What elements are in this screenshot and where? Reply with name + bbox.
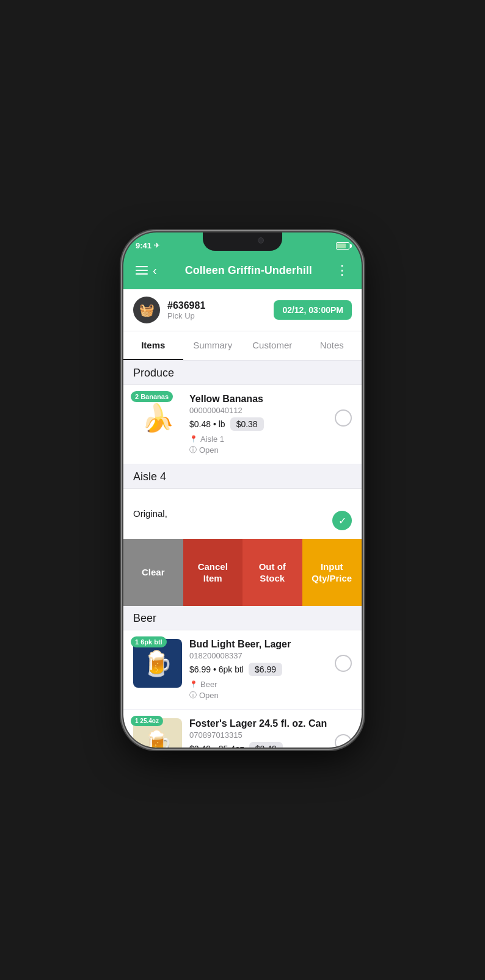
- bud-light-price-row: $6.99 • 6pk btl $6.99: [189, 663, 327, 676]
- back-chevron-icon: ‹: [153, 264, 157, 278]
- menu-button[interactable]: [133, 264, 150, 277]
- banana-details: Yellow Bananas 000000040112 $0.48 • lb $…: [189, 394, 327, 455]
- phone-screen: 9:41 ✈ ‹ Colleen Griffin-U: [123, 232, 362, 748]
- tabs-bar: Items Summary Customer Notes: [123, 331, 362, 361]
- fosters-price-badge: $2.49: [249, 742, 283, 748]
- tab-notes[interactable]: Notes: [302, 331, 362, 360]
- notch: [203, 232, 282, 251]
- more-button[interactable]: ⋮: [333, 260, 352, 281]
- banana-price-base: $0.48 • lb: [189, 419, 225, 429]
- bud-light-image-wrap: 1 6pk btl 🍺: [133, 639, 182, 688]
- bud-light-name: Bud Light Beer, Lager: [189, 639, 327, 650]
- tab-summary[interactable]: Summary: [183, 331, 243, 360]
- bud-light-location: 📍 Beer: [189, 680, 327, 689]
- phone-frame: 9:41 ✈ ‹ Colleen Griffin-U: [123, 232, 362, 748]
- order-date-badge[interactable]: 02/12, 03:00PM: [274, 300, 352, 320]
- fosters-row[interactable]: 1 25.4oz 🍺 Foster's Lager 24.5 fl. oz. C…: [123, 710, 362, 748]
- pin-icon: 📍: [189, 435, 198, 443]
- bud-light-code: 018200008337: [189, 651, 327, 660]
- input-qty-price-action-button[interactable]: Input Qty/Price: [302, 539, 362, 606]
- banana-price-row: $0.48 • lb $0.38: [189, 417, 327, 431]
- banana-check-button[interactable]: [335, 409, 352, 427]
- section-produce: Produce: [123, 361, 362, 385]
- bud-light-row[interactable]: 1 6pk btl 🍺 Bud Light Beer, Lager 018200…: [123, 630, 362, 710]
- app-header: ‹ Colleen Griffin-Underhill ⋮: [123, 254, 362, 289]
- clear-action-button[interactable]: Clear: [123, 539, 183, 606]
- tab-customer[interactable]: Customer: [242, 331, 302, 360]
- header-title: Colleen Griffin-Underhill: [164, 264, 333, 277]
- banana-name: Yellow Bananas: [189, 394, 327, 405]
- section-aisle4: Aisle 4: [123, 464, 362, 489]
- banana-status: ⓘ Open: [189, 445, 327, 455]
- pin-icon-beer: 📍: [189, 680, 198, 688]
- order-icon: 🧺: [133, 297, 160, 323]
- original-item-content: Original,: [133, 508, 325, 519]
- back-button[interactable]: ‹: [150, 261, 159, 280]
- section-beer: Beer: [123, 606, 362, 630]
- banana-emoji-icon: 🍌: [141, 402, 175, 434]
- battery-icon: [336, 242, 349, 250]
- status-right: [336, 242, 349, 250]
- banana-badge: 2 Bananas: [131, 391, 173, 402]
- fosters-details: Foster's Lager 24.5 fl. oz. Can 07089701…: [189, 718, 327, 748]
- fosters-check-button[interactable]: [335, 734, 352, 748]
- banana-price-badge: $0.38: [230, 417, 264, 431]
- order-number: #636981: [167, 300, 274, 311]
- info-icon: ⓘ: [189, 445, 197, 455]
- swipe-item-row: Original, ✓ Clear Cancel Item Out of Sto…: [123, 489, 362, 606]
- banana-image-wrap: 2 Bananas 🍌: [133, 394, 182, 442]
- more-dots-icon: ⋮: [335, 262, 349, 278]
- original-label: Original,: [133, 508, 167, 519]
- banana-code: 000000040112: [189, 406, 327, 415]
- item-row[interactable]: 2 Bananas 🍌 Yellow Bananas 000000040112 …: [123, 385, 362, 464]
- order-info: #636981 Pick Up: [167, 300, 274, 320]
- bud-light-status: ⓘ Open: [189, 690, 327, 701]
- time-display: 9:41: [136, 241, 151, 250]
- order-bar: 🧺 #636981 Pick Up 02/12, 03:00PM: [123, 289, 362, 331]
- location-icon: ✈: [154, 242, 159, 250]
- original-item-row[interactable]: Original, ✓: [123, 489, 362, 539]
- bud-light-badge: 1 6pk btl: [131, 636, 167, 647]
- item-check-circle[interactable]: ✓: [332, 511, 352, 530]
- basket-icon: 🧺: [139, 303, 155, 317]
- bud-light-price-badge: $6.99: [249, 663, 282, 676]
- bud-light-icon: 🍺: [142, 649, 173, 678]
- info-icon-beer: ⓘ: [189, 690, 197, 701]
- fosters-code: 070897013315: [189, 730, 327, 740]
- out-of-stock-action-button[interactable]: Out of Stock: [242, 539, 302, 606]
- cancel-item-action-button[interactable]: Cancel Item: [183, 539, 243, 606]
- order-type: Pick Up: [167, 311, 274, 320]
- fosters-price-base: $2.49 • 25.4oz: [189, 744, 244, 748]
- front-camera: [258, 237, 264, 243]
- status-left: 9:41 ✈: [136, 241, 159, 250]
- fosters-image-wrap: 1 25.4oz 🍺: [133, 718, 182, 748]
- hamburger-icon: [136, 266, 148, 275]
- banana-location: 📍 Aisle 1: [189, 434, 327, 444]
- battery-fill: [337, 243, 346, 248]
- fosters-icon: 🍺: [142, 729, 173, 748]
- checkmark-icon: ✓: [338, 515, 346, 527]
- bud-light-details: Bud Light Beer, Lager 018200008337 $6.99…: [189, 639, 327, 701]
- bud-light-check-button[interactable]: [335, 655, 352, 672]
- fosters-name: Foster's Lager 24.5 fl. oz. Can: [189, 718, 327, 729]
- bud-light-price-base: $6.99 • 6pk btl: [189, 665, 244, 674]
- fosters-badge: 1 25.4oz: [131, 716, 163, 726]
- tab-items[interactable]: Items: [123, 331, 183, 360]
- fosters-price-row: $2.49 • 25.4oz $2.49: [189, 742, 327, 748]
- swipe-actions-bar: Clear Cancel Item Out of Stock Input Qty…: [123, 539, 362, 606]
